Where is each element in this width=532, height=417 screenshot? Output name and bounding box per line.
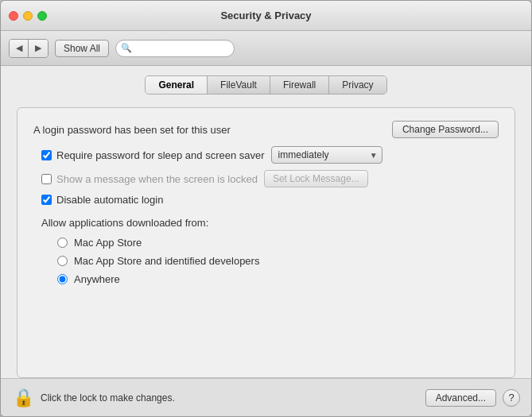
- tab-container: General FileVault Firewall Privacy: [145, 75, 386, 95]
- radio-mac-app-store[interactable]: [57, 237, 68, 248]
- bottom-right: Advanced... ?: [425, 389, 520, 407]
- login-password-row: A login password has been set for this u…: [33, 121, 499, 138]
- lock-text: Click the lock to make changes.: [41, 392, 175, 403]
- set-lock-message-button: Set Lock Message...: [264, 170, 368, 187]
- change-password-button[interactable]: Change Password...: [392, 121, 499, 138]
- radio-mac-app-store-developers-row: Mac App Store and identified developers: [57, 255, 499, 267]
- lock-icon[interactable]: 🔒: [12, 387, 34, 409]
- content-area: General FileVault Firewall Privacy A log…: [1, 66, 531, 378]
- main-window: Security & Privacy ◀ ▶ Show All 🔍 Genera…: [0, 0, 532, 417]
- search-icon: 🔍: [121, 43, 132, 53]
- password-timing-wrapper: immediately 5 seconds 1 minute 5 minutes…: [271, 146, 382, 164]
- tab-bar: General FileVault Firewall Privacy: [17, 75, 515, 95]
- radio-group: Mac App Store Mac App Store and identifi…: [33, 237, 499, 285]
- tab-filevault[interactable]: FileVault: [208, 76, 270, 94]
- window-title: Security & Privacy: [220, 10, 311, 21]
- back-icon: ◀: [16, 43, 22, 53]
- radio-mac-app-store-developers[interactable]: [57, 256, 68, 266]
- back-button[interactable]: ◀: [10, 40, 29, 57]
- toolbar: ◀ ▶ Show All 🔍: [1, 31, 531, 66]
- require-password-row: Require password for sleep and screen sa…: [33, 146, 499, 164]
- radio-anywhere[interactable]: [57, 274, 68, 284]
- disable-autologin-checkbox[interactable]: [41, 195, 52, 205]
- advanced-button[interactable]: Advanced...: [425, 389, 496, 407]
- require-password-checkbox[interactable]: [41, 150, 52, 160]
- lock-symbol: 🔒: [13, 388, 34, 408]
- show-message-row: Show a message when the screen is locked…: [33, 170, 499, 187]
- tab-privacy[interactable]: Privacy: [329, 76, 386, 94]
- forward-icon: ▶: [35, 43, 41, 53]
- login-password-label: A login password has been set for this u…: [33, 124, 392, 136]
- minimize-button[interactable]: [23, 11, 33, 21]
- radio-anywhere-row: Anywhere: [57, 273, 499, 285]
- help-button[interactable]: ?: [503, 389, 520, 407]
- radio-mac-app-store-row: Mac App Store: [57, 237, 499, 249]
- maximize-button[interactable]: [37, 11, 47, 21]
- tab-general[interactable]: General: [146, 76, 208, 94]
- general-panel: A login password has been set for this u…: [17, 107, 515, 378]
- require-password-label: Require password for sleep and screen sa…: [56, 149, 265, 161]
- radio-mac-app-store-label: Mac App Store: [74, 237, 142, 249]
- disable-autologin-row: Disable automatic login: [33, 194, 499, 206]
- bottom-bar: 🔒 Click the lock to make changes. Advanc…: [1, 378, 531, 416]
- show-message-checkbox[interactable]: [41, 174, 52, 184]
- title-bar: Security & Privacy: [1, 1, 531, 31]
- close-button[interactable]: [9, 11, 18, 21]
- disable-autologin-label: Disable automatic login: [56, 194, 163, 206]
- radio-anywhere-label: Anywhere: [74, 273, 120, 285]
- nav-buttons: ◀ ▶: [9, 39, 49, 58]
- radio-mac-app-store-developers-label: Mac App Store and identified developers: [74, 255, 259, 267]
- allow-apps-title: Allow applications downloaded from:: [41, 217, 499, 229]
- tab-firewall[interactable]: Firewall: [270, 76, 329, 94]
- show-message-label: Show a message when the screen is locked: [56, 173, 258, 185]
- search-input[interactable]: [115, 40, 235, 57]
- traffic-lights: [9, 11, 47, 21]
- search-wrapper: 🔍: [115, 40, 235, 57]
- password-timing-dropdown[interactable]: immediately 5 seconds 1 minute 5 minutes…: [271, 146, 382, 164]
- show-all-button[interactable]: Show All: [55, 40, 109, 57]
- forward-button[interactable]: ▶: [29, 40, 48, 57]
